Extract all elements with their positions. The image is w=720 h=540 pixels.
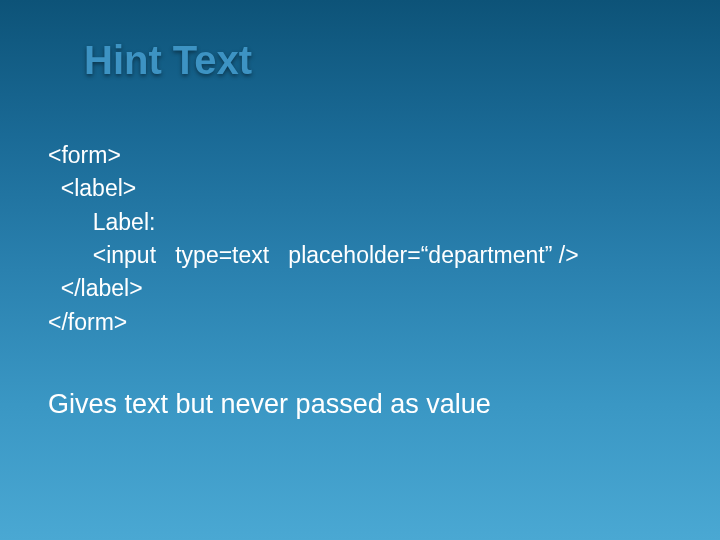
code-line: <input type=text placeholder=“department… xyxy=(48,239,672,272)
slide: Hint Text <form> <label> Label: <input t… xyxy=(0,0,720,540)
slide-caption: Gives text but never passed as value xyxy=(48,389,672,420)
slide-title: Hint Text xyxy=(84,38,672,83)
code-line: <label> xyxy=(48,172,672,205)
code-line: </label> xyxy=(48,272,672,305)
code-line: Label: xyxy=(48,206,672,239)
code-line: </form> xyxy=(48,306,672,339)
code-block: <form> <label> Label: <input type=text p… xyxy=(48,139,672,339)
code-line: <form> xyxy=(48,139,672,172)
